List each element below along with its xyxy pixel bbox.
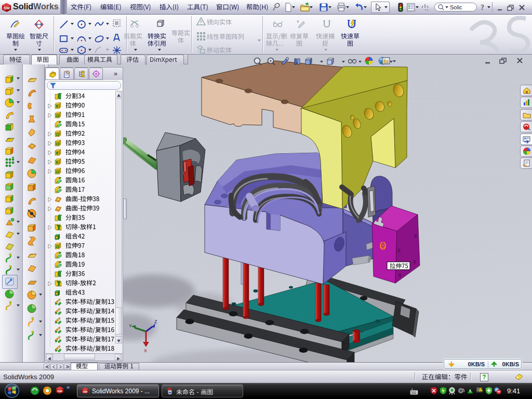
svg-text:Z: Z <box>154 319 157 324</box>
svg-text:SW: SW <box>83 390 88 393</box>
svg-text:SW: SW <box>57 390 62 393</box>
svg-text:!: ! <box>480 389 481 392</box>
svg-text:Solic: Solic <box>450 4 462 10</box>
svg-text:?: ? <box>481 4 484 11</box>
svg-text:Y: Y <box>129 323 132 328</box>
svg-text:SW: SW <box>4 6 10 10</box>
svg-text:X: X <box>144 348 147 353</box>
